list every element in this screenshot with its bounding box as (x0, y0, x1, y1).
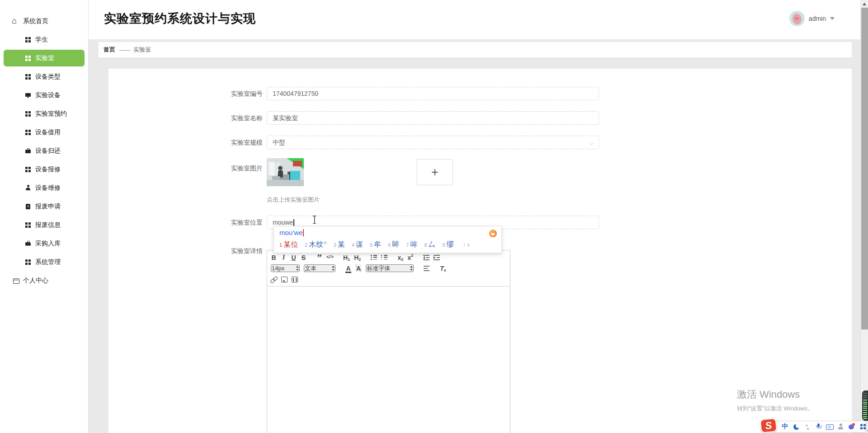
image-button[interactable] (281, 276, 288, 283)
sidebar-item-device-types[interactable]: 设备类型 (0, 67, 88, 86)
bold-glyph: B (271, 254, 276, 261)
ime-candidate[interactable]: 6眸 (388, 240, 399, 249)
list-bullet-button[interactable] (381, 254, 387, 261)
candidate-number: 8 (424, 242, 427, 248)
sidebar-item-home[interactable]: 系统首页 (0, 12, 88, 30)
size-select-label: 14px (272, 265, 284, 272)
scrollbar-up-arrow[interactable] (861, 0, 868, 8)
punctuation-icon[interactable]: ’, (804, 423, 811, 430)
ime-prev-page-icon[interactable]: ‹ (463, 240, 466, 248)
lab-image-thumbnail[interactable] (267, 158, 304, 186)
header-2-button[interactable]: H2 (354, 254, 361, 261)
color-button[interactable]: A (345, 264, 351, 272)
ime-next-page-icon[interactable]: › (467, 240, 470, 248)
indent-button[interactable] (434, 254, 440, 261)
sidebar-item-device-report[interactable]: 设备报修 (0, 160, 88, 179)
ime-candidate[interactable]: 3某 (334, 240, 345, 249)
sidebar-item-lab-reservation[interactable]: 实验室预约 (0, 104, 88, 123)
background-button[interactable]: A (355, 264, 362, 272)
upload-caption: 点击上传实验室图片 (267, 196, 320, 204)
toolbar-row-2: 14px文本AA标准字体Tx (271, 264, 506, 273)
ime-candidate[interactable]: 5牟 (370, 240, 381, 249)
vertical-scrollbar[interactable] (860, 0, 868, 433)
blockquote-button[interactable]: ” (316, 254, 322, 261)
list-ordered-button[interactable] (371, 254, 377, 261)
cell-dict-icon: ⊘ (323, 240, 327, 245)
sidebar-item-labs[interactable]: 实验室 (4, 50, 85, 66)
ime-candidate[interactable]: 9缪 (443, 240, 454, 249)
ime-emoji-icon[interactable] (489, 230, 497, 237)
align-icon (424, 265, 430, 271)
scrollbar-thumb[interactable] (861, 8, 868, 329)
strike-button[interactable]: S (301, 254, 307, 261)
sidebar-item-label: 采购入库 (35, 240, 61, 248)
ime-candidate[interactable]: 8厶 (424, 240, 435, 249)
subscript-button[interactable]: x2 (397, 254, 403, 261)
candidate-number: 1 (279, 242, 282, 248)
screen-icon (25, 92, 31, 99)
sidebar-item-personal-center[interactable]: 个人中心 (0, 271, 88, 290)
bold-button[interactable]: B (271, 254, 277, 261)
sidebar-item-label: 实验设备 (35, 91, 61, 99)
editor-content-area[interactable] (267, 287, 510, 433)
upload-plus-button[interactable]: + (417, 159, 453, 185)
field-label-lab-detail: 实验室详情 (213, 244, 263, 258)
link-button[interactable] (271, 276, 277, 283)
header-1-button[interactable]: H1 (343, 254, 350, 261)
sidebar-item-label: 设备类型 (35, 73, 61, 81)
grid-icon (25, 166, 31, 173)
sidebar-item-scrap-apply[interactable]: 报废申请 (0, 197, 88, 216)
avatar[interactable] (789, 11, 805, 26)
italic-button[interactable]: I (281, 254, 287, 261)
font-select-button[interactable]: 标准字体 (366, 264, 414, 272)
clean-button[interactable]: Tx (440, 264, 446, 272)
sidebar-item-label: 报废信息 (35, 221, 61, 229)
align-button[interactable] (424, 264, 430, 272)
breadcrumb-separator: —— (119, 47, 129, 53)
superscript-button[interactable]: x2 (407, 254, 413, 261)
mic-icon[interactable] (815, 423, 822, 430)
superscript-glyph: x (407, 254, 411, 261)
code-block-button[interactable]: </> (326, 254, 333, 261)
briefcase-icon (25, 148, 31, 154)
sidebar-item-system-manage[interactable]: 系统管理 (0, 253, 88, 271)
style-select-button[interactable]: 文本 (304, 264, 335, 272)
night-mode-icon[interactable] (793, 423, 800, 430)
ime-candidate[interactable]: 2木纹⊘ (305, 240, 327, 249)
lab-name-input[interactable]: 某实验室 (267, 111, 599, 125)
ime-candidate-list: 1某位2木纹⊘3某4谋5牟6眸7哞8厶9缪‹› (279, 240, 496, 249)
ime-candidate[interactable]: 4谋 (352, 240, 363, 249)
user-menu[interactable]: admin (789, 11, 835, 26)
sidebar-item-device-borrow[interactable]: 设备借用 (0, 123, 88, 141)
sidebar-item-scrap-info[interactable]: 报废信息 (0, 216, 88, 234)
ime-candidate[interactable]: 1某位 (279, 240, 298, 249)
keyboard-icon[interactable] (826, 423, 833, 430)
ime-popup: mou'we 1某位2木纹⊘3某4谋5牟6眸7哞8厶9缪‹› (274, 226, 502, 253)
rich-text-editor: BIUS”</>H1H2x2x2 14px文本AA标准字体Tx (267, 250, 510, 433)
chinese-mode-icon[interactable]: 中 (782, 423, 788, 430)
sidebar-item-device-return[interactable]: 设备归还 (0, 141, 88, 160)
sidebar-item-students[interactable]: 学生 (0, 30, 88, 49)
ime-candidate[interactable]: 7哞 (406, 240, 417, 249)
sidebar-item-device-maintain[interactable]: 设备维修 (0, 179, 88, 197)
lab-number-input[interactable]: 1740047912750 (267, 87, 599, 100)
video-button[interactable] (292, 276, 298, 283)
sidebar-item-lab-devices[interactable]: 实验设备 (0, 86, 88, 104)
person-icon[interactable] (837, 423, 844, 430)
clipboard-icon (25, 203, 31, 210)
underline-button[interactable]: U (291, 254, 297, 261)
skin-icon[interactable] (848, 423, 855, 430)
sidebar-item-purchase-in[interactable]: 采购入库 (0, 234, 88, 253)
plus-icon: + (431, 165, 439, 179)
subscript-glyph: x (397, 254, 401, 261)
indent-icon (434, 254, 440, 260)
toolbox-icon[interactable] (859, 423, 866, 430)
candidate-number: 5 (370, 242, 373, 248)
size-select-button[interactable]: 14px (271, 264, 300, 272)
outdent-button[interactable] (423, 254, 429, 261)
sogou-logo-icon[interactable]: S (760, 418, 777, 433)
sidebar-item-label: 设备报修 (35, 165, 61, 174)
breadcrumb-home[interactable]: 首页 (104, 46, 115, 54)
lab-scale-select[interactable]: 中型 (267, 136, 599, 149)
person-icon (25, 185, 31, 191)
